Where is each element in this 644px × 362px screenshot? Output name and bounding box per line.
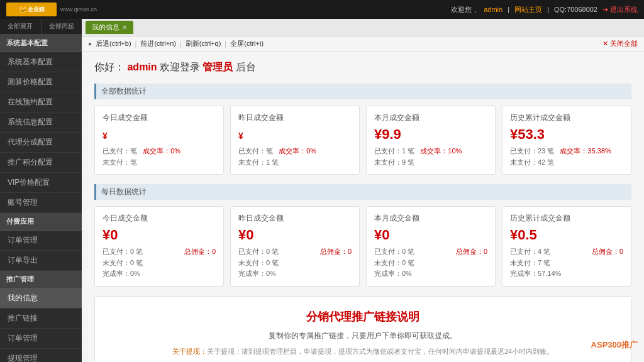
tab-my-info[interactable]: 我的信息 ✕	[86, 21, 133, 34]
promo-note: 关于提现：关于提现：请到提现管理栏目，申请提现，提现方式为微信或者支付宝，任何时…	[108, 346, 618, 358]
stat-card-yesterday-daily: 昨日成交金额 ¥0 已支付：0 笔 未支付：0 笔 完成率：0% 总佣金：0	[230, 206, 360, 287]
stat-card-today-all: 今日成交金额 ¥ 已支付：笔 成交率：0% 未支付：笔	[94, 106, 224, 175]
sidebar-item-info-config[interactable]: 系统信息配置	[0, 112, 82, 133]
promo-title: 分销代理推广链接说明	[108, 309, 618, 324]
stat-details-month-daily: 已支付：0 笔 未支付：0 笔 完成率：0% 总佣金：0	[374, 246, 487, 280]
stat-value-yesterday-daily: ¥0	[238, 227, 352, 243]
content-area: 我的信息 ✕ ● 后退(ctrl+b) | 前进(ctrl+n) | 刷新(ct…	[82, 19, 644, 362]
stat-card-month-daily: 本月成交金额 ¥0 已支付：0 笔 未支付：0 笔 完成率：0% 总佣金：0	[366, 206, 496, 287]
close-icon: ✕	[602, 40, 608, 47]
stat-value-month-all: ¥9.9	[374, 126, 487, 143]
stat-card-history-all: 历史累计成交金额 ¥53.3 已支付：23 笔 成交率：35.38% 未支付：4…	[502, 106, 631, 175]
all-stats-grid: 今日成交金额 ¥ 已支付：笔 成交率：0% 未支付：笔 昨日成交金额 ¥ 已支付…	[94, 106, 631, 175]
stat-details-yesterday-all: 已支付：笔 成交率：0% 未支付：1 笔	[238, 146, 352, 168]
stat-value-history-all: ¥53.3	[510, 126, 623, 143]
sidebar-item-promo-points[interactable]: 推广积分配置	[0, 153, 82, 173]
expand-all-button[interactable]: 全部展开	[0, 19, 42, 34]
promo-section: 分销代理推广链接说明 复制你的专属推广链接，只要用户下单你即可获取提成。 关于提…	[94, 296, 631, 362]
stat-card-yesterday-all: 昨日成交金额 ¥ 已支付：笔 成交率：0% 未支付：1 笔	[230, 106, 360, 175]
stat-details-today-daily: 已支付：0 笔 未支付：0 笔 完成率：0% 总佣金：0	[103, 246, 216, 280]
sidebar-top-buttons: 全部展开 全部闭起	[0, 19, 82, 35]
stat-value-today-all: ¥	[103, 126, 216, 143]
close-all-button[interactable]: ✕ 关闭全部	[602, 39, 638, 48]
sidebar-item-account-mgmt[interactable]: 账号管理	[0, 193, 82, 213]
collapse-all-button[interactable]: 全部闭起	[42, 19, 82, 34]
admin-link[interactable]: admin	[484, 6, 502, 13]
daily-stats-title: 每日数据统计	[94, 184, 631, 200]
forward-button[interactable]: 前进(ctrl+n)	[140, 39, 176, 48]
sidebar-item-my-info[interactable]: 我的信息	[0, 288, 82, 309]
welcome-bar: 你好： admin 欢迎登录 管理员 后台	[94, 61, 631, 74]
tab-bar: 我的信息 ✕	[82, 19, 644, 36]
sidebar-item-booking-config[interactable]: 在线预约配置	[0, 92, 82, 112]
stat-details-history-daily: 已支付：4 笔 未支付：7 笔 完成率：57.14% 总佣金：0	[510, 246, 623, 280]
sidebar-item-order-mgmt-promo[interactable]: 订单管理	[0, 329, 82, 349]
system-config-section: 系统基本配置	[0, 35, 82, 52]
stat-card-today-daily: 今日成交金额 ¥0 已支付：0 笔 未支付：0 笔 完成率：0% 总佣金：0	[94, 206, 224, 287]
site-admin-link[interactable]: 网站主页	[514, 5, 542, 14]
promo-mgmt-section: 推广管理	[0, 271, 82, 288]
welcome-text: 欢迎您，	[451, 5, 479, 14]
tab-close-icon[interactable]: ✕	[122, 24, 127, 31]
stat-value-history-daily: ¥0.5	[510, 227, 623, 243]
logout-button[interactable]: ➜ 退出系统	[602, 5, 638, 14]
qq-label: QQ:70068002	[554, 6, 597, 13]
sidebar-item-price-config[interactable]: 测算价格配置	[0, 72, 82, 92]
stat-value-month-daily: ¥0	[374, 227, 487, 243]
sidebar-item-order-export[interactable]: 订单导出	[0, 251, 82, 271]
logo-area: 🐱 企业猫 www.qimao.cn	[6, 3, 97, 16]
toolbar-left: ● 后退(ctrl+b) | 前进(ctrl+n) | 刷新(ctrl+q) |…	[88, 39, 264, 48]
stat-card-month-all: 本月成交金额 ¥9.9 已支付：1 笔 成交率：10% 未支付：9 笔	[366, 106, 496, 175]
main-content: 你好： admin 欢迎登录 管理员 后台 全部数据统计 今日成交金额 ¥ 已支…	[82, 52, 644, 362]
fullscreen-button[interactable]: 全屏(ctrl+i)	[230, 39, 264, 48]
paid-apps-section: 付费应用	[0, 213, 82, 231]
stat-details-yesterday-daily: 已支付：0 笔 未支付：0 笔 完成率：0% 总佣金：0	[238, 246, 352, 280]
toolbar: ● 后退(ctrl+b) | 前进(ctrl+n) | 刷新(ctrl+q) |…	[82, 36, 644, 52]
sidebar: 全部展开 全部闭起 系统基本配置 系统基本配置 测算价格配置 在线预约配置 系统…	[0, 19, 82, 362]
stat-details-month-all: 已支付：1 笔 成交率：10% 未支付：9 笔	[374, 146, 487, 168]
stat-value-yesterday-all: ¥	[238, 126, 352, 143]
refresh-button[interactable]: 刷新(ctrl+q)	[186, 39, 221, 48]
sidebar-item-vip-config[interactable]: VIP价格配置	[0, 173, 82, 193]
logout-icon: ➜	[602, 6, 608, 14]
tab-label: 我的信息	[92, 23, 119, 32]
back-button[interactable]: 后退(ctrl+b)	[96, 39, 131, 48]
sidebar-item-withdrawal-mgmt[interactable]: 提现管理	[0, 349, 82, 362]
sidebar-item-promo-link[interactable]: 推广链接	[0, 309, 82, 329]
sidebar-item-basic-config[interactable]: 系统基本配置	[0, 52, 82, 72]
main-layout: 全部展开 全部闭起 系统基本配置 系统基本配置 测算价格配置 在线预约配置 系统…	[0, 19, 644, 362]
promo-subtitle: 复制你的专属推广链接，只要用户下单你即可获取提成。	[108, 331, 618, 341]
all-stats-title: 全部数据统计	[94, 84, 631, 99]
stat-card-history-daily: 历史累计成交金额 ¥0.5 已支付：4 笔 未支付：7 笔 完成率：57.14%…	[502, 206, 631, 287]
logo-url: www.qimao.cn	[60, 6, 97, 13]
daily-stats-grid: 今日成交金额 ¥0 已支付：0 笔 未支付：0 笔 完成率：0% 总佣金：0	[94, 206, 631, 287]
stat-details-today-all: 已支付：笔 成交率：0% 未支付：笔	[103, 146, 216, 168]
header-right: 欢迎您， admin | 网站主页 | QQ:70068002 ➜ 退出系统	[451, 5, 638, 14]
stat-details-history-all: 已支付：23 笔 成交率：35.38% 未支付：42 笔	[510, 146, 623, 168]
top-header: 🐱 企业猫 www.qimao.cn 欢迎您， admin | 网站主页 | Q…	[0, 0, 644, 19]
sidebar-item-order-mgmt-paid[interactable]: 订单管理	[0, 231, 82, 251]
logo: 🐱 企业猫	[6, 3, 57, 16]
sidebar-item-agent-config[interactable]: 代理分成配置	[0, 133, 82, 153]
stat-value-today-daily: ¥0	[103, 227, 216, 243]
